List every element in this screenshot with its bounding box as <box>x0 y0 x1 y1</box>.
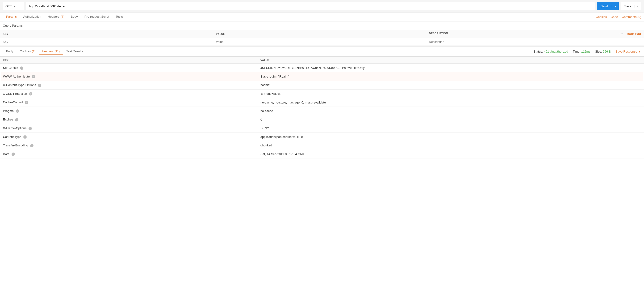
send-dropdown-icon[interactable]: ▼ <box>612 5 619 7</box>
method-chevron-icon: ▼ <box>13 5 16 7</box>
resp-key-cell: Cache-Control i <box>0 98 258 107</box>
save-label: Save <box>621 4 634 8</box>
info-icon[interactable]: i <box>15 118 18 121</box>
save-response-chevron-icon: ▼ <box>638 50 641 53</box>
resp-header-row: Expires i 0 <box>0 115 644 124</box>
code-link[interactable]: Code <box>611 15 618 19</box>
query-params-title: Query Params <box>0 21 644 30</box>
resp-value-cell: chunked <box>258 141 644 150</box>
method-dropdown[interactable]: GET ▼ <box>3 2 24 10</box>
save-button[interactable]: Save ▼ <box>621 2 641 10</box>
resp-header-row: Transfer-Encoding i chunked <box>0 141 644 150</box>
url-input[interactable] <box>26 2 595 10</box>
bulk-edit-button[interactable]: Bulk Edit <box>627 32 641 36</box>
resp-key-cell: Content-Type i <box>0 132 258 141</box>
tab-pre-request[interactable]: Pre-request Script <box>81 12 112 21</box>
resp-value-cell: nosniff <box>258 81 644 90</box>
info-icon[interactable]: i <box>25 101 28 104</box>
description-input[interactable] <box>429 40 641 44</box>
resp-value-cell: Basic realm="Realm" <box>258 72 644 81</box>
tab-body[interactable]: Body <box>68 12 81 21</box>
status-label: Status: 401 Unauthorized <box>533 50 568 53</box>
resp-header-row: WWW-Authenticate i Basic realm="Realm" <box>0 72 644 81</box>
value-col-header: VALUE <box>213 30 426 38</box>
info-icon[interactable]: i <box>20 66 23 70</box>
response-status: Status: 401 Unauthorized Time: 112ms Siz… <box>533 50 641 53</box>
resp-header-row: X-XSS-Protection i 1; mode=block <box>0 89 644 98</box>
resp-value-cell: application/json;charset=UTF-8 <box>258 132 644 141</box>
resp-key-cell: Expires i <box>0 115 258 124</box>
cookies-link[interactable]: Cookies <box>596 15 607 19</box>
resp-key-cell: X-Frame-Options i <box>0 124 258 132</box>
tab-authorization[interactable]: Authorization <box>20 12 44 21</box>
desc-col-header: DESCRIPTION ··· Bulk Edit <box>426 30 644 38</box>
resp-key-cell: Transfer-Encoding i <box>0 141 258 150</box>
tab-resp-cookies[interactable]: Cookies (1) <box>16 48 39 55</box>
value-input[interactable] <box>216 40 423 44</box>
tab-test-results[interactable]: Test Results <box>63 48 86 55</box>
method-label: GET <box>6 4 12 8</box>
size-label: Size: 556 B <box>595 50 611 53</box>
resp-value-cell: 0 <box>258 115 644 124</box>
resp-key-cell: Pragma i <box>0 107 258 115</box>
status-value: 401 Unauthorized <box>544 50 568 53</box>
info-icon[interactable]: i <box>12 153 15 156</box>
size-value: 556 B <box>603 50 611 53</box>
resp-value-cell: Sat, 14 Sep 2019 03:17:04 GMT <box>258 150 644 158</box>
resp-key-cell: WWW-Authenticate i <box>0 72 258 81</box>
info-icon[interactable]: i <box>28 127 32 130</box>
request-tabs: Params Authorization Headers (7) Body Pr… <box>0 12 644 21</box>
send-button[interactable]: Send ▼ <box>597 2 619 10</box>
resp-key-cell: X-Content-Type-Options i <box>0 81 258 90</box>
cookies-badge: (1) <box>32 50 36 53</box>
resp-key-cell: X-XSS-Protection i <box>0 89 258 98</box>
resp-value-cell: 1; mode=block <box>258 89 644 98</box>
save-response-button[interactable]: Save Response ▼ <box>616 50 641 53</box>
resp-header-row: Set-Cookie i JSESSIONID=D5CDFBE86BB91151… <box>0 64 644 72</box>
resp-header-row: Date i Sat, 14 Sep 2019 03:17:04 GMT <box>0 150 644 158</box>
tab-resp-headers[interactable]: Headers (11) <box>39 48 63 55</box>
resp-value-cell: no-cache <box>258 107 644 115</box>
tab-params[interactable]: Params <box>3 12 20 21</box>
resp-headers-badge: (11) <box>55 50 60 53</box>
resp-value-cell: DENY <box>258 124 644 132</box>
resp-header-row: X-Content-Type-Options i nosniff <box>0 81 644 90</box>
resp-key-col-header: KEY <box>0 57 258 64</box>
headers-badge: (7) <box>61 15 64 18</box>
info-icon[interactable]: i <box>23 135 27 139</box>
info-icon[interactable]: i <box>30 144 34 147</box>
response-tabs: Body Cookies (1) Headers (11) Test Resul… <box>3 48 533 55</box>
top-bar: GET ▼ Send ▼ Save ▼ <box>0 0 644 12</box>
params-table: KEY VALUE DESCRIPTION ··· Bulk Edit <box>0 30 644 46</box>
resp-key-cell: Set-Cookie i <box>0 64 258 72</box>
resp-value-cell: no-cache, no-store, max-age=0, must-reva… <box>258 98 644 107</box>
resp-header-row: X-Frame-Options i DENY <box>0 124 644 132</box>
resp-value-col-header: VALUE <box>258 57 644 64</box>
key-input[interactable] <box>3 40 210 44</box>
resp-key-cell: Date i <box>0 150 258 158</box>
resp-header-row: Cache-Control i no-cache, no-store, max-… <box>0 98 644 107</box>
info-icon[interactable]: i <box>16 109 19 113</box>
save-dropdown-icon[interactable]: ▼ <box>634 5 641 7</box>
time-value: 112ms <box>581 50 590 53</box>
resp-header-row: Pragma i no-cache <box>0 107 644 115</box>
response-section-header: Body Cookies (1) Headers (11) Test Resul… <box>0 46 644 57</box>
more-options-icon[interactable]: ··· <box>620 32 623 36</box>
resp-value-cell: JSESSIONID=D5CDFBE86BB91151AC856E7599D89… <box>258 64 644 72</box>
req-tabs-right: Cookies Code Comments (0) <box>596 15 641 19</box>
info-icon[interactable]: i <box>32 75 35 78</box>
send-label: Send <box>597 4 612 8</box>
resp-header-row: Content-Type i application/json;charset=… <box>0 132 644 141</box>
params-placeholder-row <box>0 38 644 46</box>
tab-headers[interactable]: Headers (7) <box>44 12 68 21</box>
tab-resp-body[interactable]: Body <box>3 48 16 55</box>
info-icon[interactable]: i <box>29 92 32 95</box>
response-headers-table: KEY VALUE Set-Cookie i JSESSIONID=D5CDFB… <box>0 57 644 158</box>
time-label: Time: 112ms <box>573 50 590 53</box>
info-icon[interactable]: i <box>38 84 41 87</box>
key-col-header: KEY <box>0 30 213 38</box>
comments-link[interactable]: Comments (0) <box>622 15 641 19</box>
tab-tests[interactable]: Tests <box>112 12 126 21</box>
